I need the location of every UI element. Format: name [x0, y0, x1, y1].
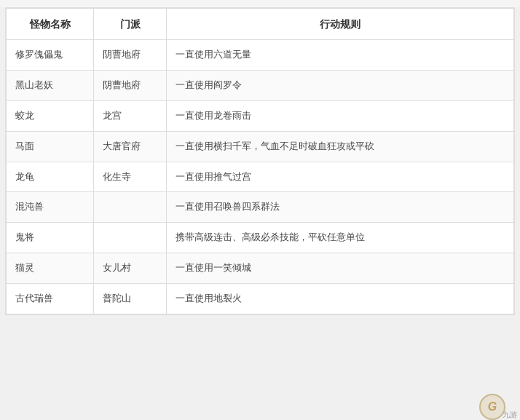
cell-monster-name: 修罗傀儡鬼 — [7, 40, 94, 71]
header-faction: 门派 — [94, 9, 167, 40]
cell-rule: 一直使用推气过宫 — [167, 162, 514, 192]
cell-faction: 女儿村 — [94, 253, 167, 283]
cell-faction: 普陀山 — [94, 283, 167, 314]
cell-rule: 携带高级连击、高级必杀技能，平砍任意单位 — [167, 223, 514, 253]
cell-rule: 一直使用阎罗令 — [167, 71, 514, 101]
table-row: 蛟龙龙宫一直使用龙卷雨击 — [7, 100, 514, 131]
cell-rule: 一直使用地裂火 — [167, 283, 514, 314]
logo-symbol: G — [488, 400, 497, 413]
cell-rule: 一直使用六道无量 — [167, 40, 514, 71]
cell-faction: 化生寺 — [94, 162, 167, 192]
monster-table: 怪物名称 门派 行动规则 修罗傀儡鬼阴曹地府一直使用六道无量黑山老妖阴曹地府一直… — [6, 8, 514, 314]
cell-faction: 龙宫 — [94, 100, 167, 131]
logo-circle: G 九游 — [479, 394, 505, 420]
cell-monster-name: 马面 — [7, 131, 94, 162]
page-container: 怪物名称 门派 行动规则 修罗傀儡鬼阴曹地府一直使用六道无量黑山老妖阴曹地府一直… — [0, 7, 520, 420]
cell-rule: 一直使用一笑倾城 — [167, 253, 514, 283]
table-row: 古代瑞兽普陀山一直使用地裂火 — [7, 283, 514, 314]
table-row: 猫灵女儿村一直使用一笑倾城 — [7, 253, 514, 283]
cell-faction: 阴曹地府 — [94, 40, 167, 71]
header-name: 怪物名称 — [7, 9, 94, 40]
cell-rule: 一直使用召唤兽四系群法 — [167, 192, 514, 223]
table-row: 黑山老妖阴曹地府一直使用阎罗令 — [7, 71, 514, 101]
cell-monster-name: 黑山老妖 — [7, 71, 94, 101]
table-row: 鬼将携带高级连击、高级必杀技能，平砍任意单位 — [7, 223, 514, 253]
cell-faction — [94, 192, 167, 223]
logo-area: G 九游 — [470, 392, 514, 420]
table-row: 龙龟化生寺一直使用推气过宫 — [7, 162, 514, 192]
header-rule: 行动规则 — [167, 9, 514, 40]
table-header-row: 怪物名称 门派 行动规则 — [7, 9, 514, 40]
table-row: 混沌兽一直使用召唤兽四系群法 — [7, 192, 514, 223]
cell-monster-name: 古代瑞兽 — [7, 283, 94, 314]
table-row: 修罗傀儡鬼阴曹地府一直使用六道无量 — [7, 40, 514, 71]
cell-faction: 大唐官府 — [94, 131, 167, 162]
cell-rule: 一直使用横扫千军，气血不足时破血狂攻或平砍 — [167, 131, 514, 162]
cell-monster-name: 龙龟 — [7, 162, 94, 192]
cell-faction — [94, 223, 167, 253]
cell-monster-name: 蛟龙 — [7, 100, 94, 131]
table-row: 马面大唐官府一直使用横扫千军，气血不足时破血狂攻或平砍 — [7, 131, 514, 162]
cell-rule: 一直使用龙卷雨击 — [167, 100, 514, 131]
cell-monster-name: 鬼将 — [7, 223, 94, 253]
logo-text: 九游 — [503, 410, 517, 420]
cell-monster-name: 混沌兽 — [7, 192, 94, 223]
cell-monster-name: 猫灵 — [7, 253, 94, 283]
cell-faction: 阴曹地府 — [94, 71, 167, 101]
table-wrapper: 怪物名称 门派 行动规则 修罗傀儡鬼阴曹地府一直使用六道无量黑山老妖阴曹地府一直… — [5, 7, 515, 315]
